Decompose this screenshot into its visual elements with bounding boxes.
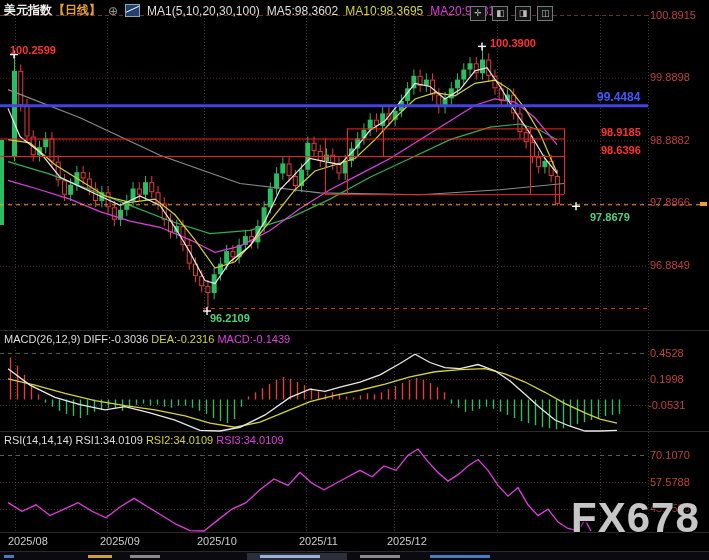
x-axis-label: 2025/10 (197, 535, 237, 547)
axis-label-price: 97.8866 (650, 196, 690, 208)
page-title: 美元指数 (4, 2, 52, 19)
macd-axis-label: 0.4528 (650, 347, 684, 359)
fx678-watermark: FX678 (571, 494, 700, 542)
axis-label-price: 100.8915 (650, 9, 696, 21)
macd-hist-value: MACD:-0.1439 (217, 333, 290, 345)
chart-header: 美元指数【日线】 ⊕ MA1(5,10,20,30,100) MA5:98.36… (4, 2, 508, 19)
rsi-name: RSI(14,14,14) (4, 434, 72, 446)
macd-dea-value: DEA:-0.2316 (151, 333, 214, 345)
rsi2-value: RSI2:34.0109 (146, 434, 213, 446)
chart-app: 美元指数【日线】 ⊕ MA1(5,10,20,30,100) MA5:98.36… (0, 0, 709, 560)
macd-axis-label: -0.0531 (648, 399, 685, 411)
x-axis-label: 2025/08 (8, 535, 48, 547)
macd-header: MACD(26,12,9) DIFF:-0.3036 DEA:-0.2316 M… (4, 333, 290, 345)
rsi-axis-label: 57.5788 (650, 476, 690, 488)
last-price-label: 97.8679 (590, 211, 630, 223)
price-chart-canvas[interactable] (0, 0, 709, 560)
axis-label-price: 96.8849 (650, 259, 690, 271)
axis-label-price: 98.8882 (650, 134, 690, 146)
chart-type-icon[interactable] (125, 4, 140, 17)
rsi3-value: RSI3:34.0109 (216, 434, 283, 446)
x-axis-label: 2025/09 (100, 535, 140, 547)
crosshair-icon[interactable]: ✛ (470, 6, 486, 21)
rsi-header: RSI(14,14,14) RSI1:34.0109 RSI2:34.0109 … (4, 434, 284, 446)
ma-group-label: MA1(5,10,20,30,100) (147, 4, 260, 18)
macd-diff-value: DIFF:-0.3036 (83, 333, 148, 345)
pane-layout-icon[interactable]: ◫ (537, 6, 553, 21)
macd-name: MACD(26,12,9) (4, 333, 80, 345)
axis-label-price: 99.8898 (650, 71, 690, 83)
ma10-value: MA10:98.3695 (345, 4, 423, 18)
pane-left-icon[interactable]: ◧ (492, 6, 508, 21)
macd-axis-label: 0.1998 (650, 373, 684, 385)
ma5-value: MA5:98.3602 (267, 4, 338, 18)
peak-high-label: 100.3900 (490, 37, 536, 49)
resistance2-label[interactable]: 98.6396 (601, 144, 641, 156)
low-label: 96.2109 (210, 312, 250, 324)
pane-right-icon[interactable]: ◨ (515, 6, 531, 21)
period-label: 【日线】 (53, 2, 101, 19)
first-high-label: 100.2599 (10, 44, 56, 56)
expand-icon[interactable]: ⊕ (108, 4, 118, 18)
rsi1-value: RSI1:34.0109 (76, 434, 143, 446)
rsi-axis-label: 70.1070 (650, 449, 690, 461)
chart-toolbar: ✛ ◧ ◨ ◫ (468, 2, 553, 21)
blue-level-label[interactable]: 99.4484 (597, 91, 640, 103)
x-axis-label: 2025/12 (387, 535, 427, 547)
x-axis-label: 2025/11 (299, 535, 338, 547)
resistance1-label[interactable]: 98.9185 (601, 126, 641, 138)
